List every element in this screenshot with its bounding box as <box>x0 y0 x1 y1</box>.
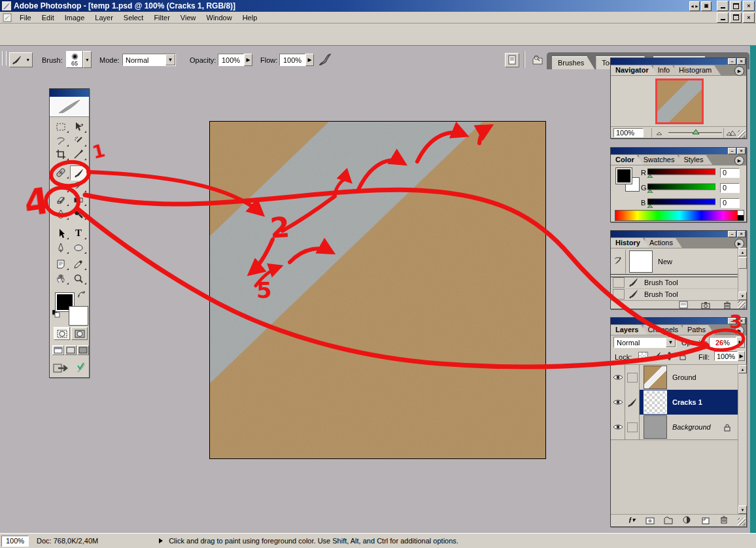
navigator-zoom-field[interactable] <box>613 128 644 137</box>
opacity-field[interactable]: 100% <box>218 54 244 66</box>
slice-tool[interactable] <box>70 147 87 161</box>
lock-paint-icon[interactable] <box>651 351 661 361</box>
layer-row-cracks-1[interactable]: Cracks 1 <box>611 390 738 415</box>
well-tab-brushes[interactable]: Brushes <box>552 56 594 69</box>
swap-colors-icon[interactable] <box>77 290 86 300</box>
menu-layer[interactable]: Layer <box>90 12 118 23</box>
flow-slider-arrow[interactable]: ▶ <box>305 54 314 66</box>
zoom-out-icon[interactable] <box>651 128 666 137</box>
tab-paths[interactable]: Paths <box>683 325 715 335</box>
background-color-swatch[interactable] <box>69 306 88 326</box>
opacity-slider-arrow[interactable]: ▶ <box>244 54 252 66</box>
language-bar-icon[interactable]: ◄► <box>689 1 700 11</box>
file-browser-button[interactable] <box>530 53 545 67</box>
scrollbar-thumb[interactable] <box>738 257 747 269</box>
panel-menu-icon[interactable]: ▶ <box>734 239 744 248</box>
history-state-row[interactable]: Brush Tool <box>611 288 738 301</box>
menu-help[interactable]: Help <box>237 12 263 23</box>
document-canvas[interactable] <box>209 121 546 459</box>
brush-preview-button[interactable]: 65 <box>66 51 83 68</box>
fullscreen-mode-button[interactable] <box>77 345 89 355</box>
new-document-from-state-icon[interactable] <box>678 301 689 309</box>
zoom-in-icon[interactable] <box>723 128 738 137</box>
spectrum-black-chip[interactable] <box>738 215 744 220</box>
history-source-well[interactable] <box>613 289 625 300</box>
history-source-well[interactable] <box>613 277 625 288</box>
blue-value-field[interactable] <box>720 198 740 208</box>
options-bar-grip[interactable] <box>2 51 7 65</box>
history-scrollbar[interactable]: ▲ ▼ <box>738 248 747 300</box>
edit-in-imageready-button[interactable] <box>53 360 87 376</box>
tab-histogram[interactable]: Histogram <box>674 65 721 75</box>
visibility-toggle[interactable] <box>611 415 625 439</box>
panel-resize-grip[interactable] <box>738 301 746 309</box>
menu-file[interactable]: File <box>14 12 37 23</box>
doc-close-button[interactable]: × <box>743 12 755 23</box>
airbrush-toggle-icon[interactable] <box>318 52 332 67</box>
link-well[interactable] <box>625 415 640 439</box>
quick-mask-mode-button[interactable] <box>71 327 88 340</box>
rectangular-marquee-tool[interactable] <box>52 120 69 133</box>
lock-transparency-icon[interactable] <box>638 352 648 362</box>
gradient-tool[interactable] <box>70 193 87 207</box>
green-slider[interactable] <box>647 182 715 193</box>
fullscreen-menubar-mode-button[interactable] <box>65 345 77 355</box>
shape-tool[interactable] <box>70 241 87 254</box>
type-tool[interactable]: T <box>70 226 87 240</box>
scroll-down-icon[interactable]: ▼ <box>738 505 747 514</box>
layer-row-ground[interactable]: Ground <box>611 365 738 390</box>
panel-close-icon[interactable]: × <box>737 58 746 65</box>
doc-restore-button[interactable] <box>730 12 742 23</box>
panel-resize-grip[interactable] <box>738 130 746 138</box>
magic-wand-tool[interactable] <box>70 133 87 147</box>
fill-slider-arrow[interactable]: ▶ <box>738 351 745 361</box>
history-snapshot-row[interactable]: New <box>611 249 738 274</box>
flow-field[interactable]: 100% <box>279 54 305 66</box>
layer-thumbnail[interactable] <box>644 366 667 389</box>
tool-preset-picker[interactable]: ▼ <box>9 52 33 67</box>
menu-select[interactable]: Select <box>118 12 149 23</box>
menu-filter[interactable]: Filter <box>148 12 175 23</box>
color-spectrum-ramp[interactable] <box>615 210 744 221</box>
layer-name[interactable]: Ground <box>672 373 696 381</box>
tab-color[interactable]: Color <box>611 155 644 165</box>
move-tool[interactable] <box>70 120 87 133</box>
title-bar[interactable]: Adobe Photoshop - [temp 1.psd @ 100% (Cr… <box>0 0 756 12</box>
lock-all-icon[interactable] <box>678 351 687 361</box>
new-layer-icon[interactable] <box>700 515 711 525</box>
restore-toolbar-icon[interactable]: ▣ <box>701 1 712 11</box>
panel-close-icon[interactable]: × <box>737 148 746 154</box>
menu-view[interactable]: View <box>175 12 201 23</box>
navigator-panel-titlebar[interactable]: –× <box>611 58 746 65</box>
navigator-thumbnail[interactable] <box>655 78 704 124</box>
zoom-tool[interactable] <box>70 271 87 285</box>
healing-brush-tool[interactable] <box>52 165 69 179</box>
history-panel-titlebar[interactable]: –× <box>611 231 746 237</box>
panel-close-icon[interactable]: × <box>737 231 746 237</box>
new-snapshot-icon[interactable] <box>700 300 711 310</box>
doc-size-info[interactable]: Doc: 768,0K/2,40M <box>37 537 98 545</box>
blue-slider[interactable] <box>647 197 715 208</box>
path-selection-tool[interactable] <box>52 226 69 240</box>
active-paint-indicator[interactable] <box>625 390 640 415</box>
tab-navigator[interactable]: Navigator <box>611 65 658 75</box>
add-layer-mask-icon[interactable] <box>645 515 655 525</box>
delete-state-icon[interactable] <box>722 300 732 310</box>
layer-name[interactable]: Background <box>672 423 711 431</box>
scroll-down-icon[interactable]: ▼ <box>738 292 747 300</box>
brush-picker-arrow[interactable]: ▼ <box>83 51 92 68</box>
history-state-row[interactable]: Brush Tool <box>611 277 738 289</box>
menu-edit[interactable]: Edit <box>37 12 60 23</box>
dodge-tool[interactable] <box>70 207 87 220</box>
hand-tool[interactable] <box>52 271 69 285</box>
lasso-tool[interactable] <box>52 133 69 147</box>
adjustment-layer-icon[interactable] <box>681 515 692 525</box>
standard-screen-mode-button[interactable] <box>52 345 64 355</box>
lock-position-icon[interactable] <box>664 351 674 361</box>
layer-row-background[interactable]: Background <box>611 415 738 440</box>
layer-fill-field[interactable]: 100% <box>714 351 738 361</box>
tab-channels[interactable]: Channels <box>643 325 687 335</box>
close-button[interactable]: × <box>743 1 755 11</box>
layers-panel-titlebar[interactable]: –× <box>611 318 746 324</box>
toolbox-title-bar[interactable] <box>50 89 89 97</box>
